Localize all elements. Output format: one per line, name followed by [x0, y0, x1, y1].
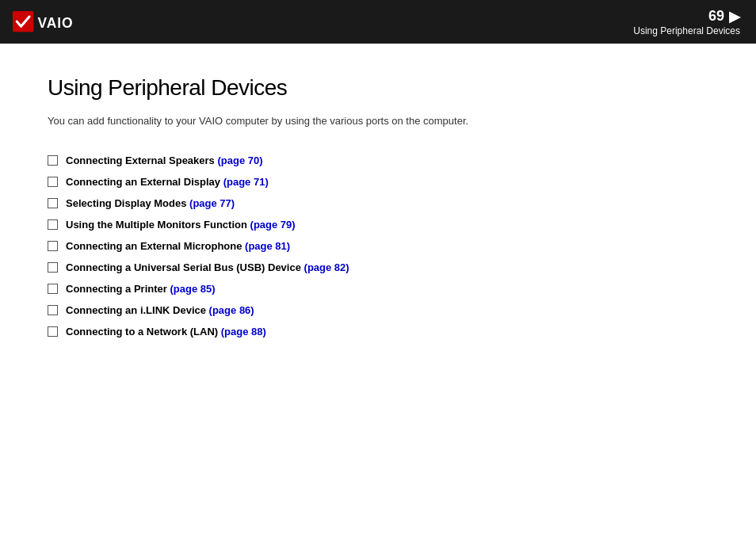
page-subtitle: You can add functionality to your VAIO c… [48, 113, 708, 129]
toc-item-link[interactable]: (page 77) [189, 197, 235, 209]
list-item: Using the Multiple Monitors Function (pa… [48, 219, 708, 231]
list-item: Connecting an External Microphone (page … [48, 240, 708, 252]
checkbox-icon [48, 198, 58, 208]
list-item: Connecting External Speakers (page 70) [48, 154, 708, 166]
toc-item-link[interactable]: (page 88) [221, 326, 266, 338]
checkbox-icon [48, 262, 58, 273]
header-section-title: Using Peripheral Devices [633, 25, 740, 36]
toc-item-text: Connecting an External Display [66, 176, 223, 188]
toc-item-text: Using the Multiple Monitors Function [66, 219, 250, 231]
checkbox-icon [48, 305, 58, 315]
toc-item-label: Selecting Display Modes (page 77) [66, 197, 235, 209]
toc-item-label: Connecting to a Network (LAN) (page 88) [66, 326, 266, 338]
toc-item-link[interactable]: (page 71) [223, 176, 269, 188]
toc-item-label: Connecting a Printer (page 85) [66, 283, 216, 295]
toc-item-text: Connecting a Universal Serial Bus (USB) … [66, 261, 304, 273]
page-title: Using Peripheral Devices [48, 75, 708, 101]
toc-item-text: Connecting a Printer [66, 283, 170, 295]
toc-item-link[interactable]: (page 70) [217, 154, 262, 166]
toc-item-text: Connecting an i.LINK Device [66, 304, 209, 316]
toc-item-link[interactable]: (page 86) [209, 304, 254, 316]
toc-item-label: Using the Multiple Monitors Function (pa… [66, 219, 296, 231]
header-right: 69 ▶ Using Peripheral Devices [633, 8, 740, 36]
checkbox-icon [48, 326, 58, 337]
toc-item-label: Connecting an i.LINK Device (page 86) [66, 304, 254, 316]
checkbox-icon [48, 219, 58, 230]
toc-item-text: Connecting to a Network (LAN) [66, 326, 221, 338]
toc-item-link[interactable]: (page 79) [250, 219, 296, 231]
list-item: Selecting Display Modes (page 77) [48, 197, 708, 209]
toc-item-label: Connecting an External Display (page 71) [66, 176, 269, 188]
toc-item-label: Connecting an External Microphone (page … [66, 240, 290, 252]
checkbox-icon [48, 284, 58, 294]
toc-item-link[interactable]: (page 85) [170, 283, 215, 295]
list-item: Connecting an External Display (page 71) [48, 176, 708, 188]
vaio-logo: VAIO [13, 11, 75, 33]
toc-item-link[interactable]: (page 82) [304, 261, 349, 273]
toc-item-label: Connecting a Universal Serial Bus (USB) … [66, 261, 349, 273]
checkbox-icon [48, 177, 58, 187]
toc-item-text: Connecting External Speakers [66, 154, 217, 166]
list-item: Connecting an i.LINK Device (page 86) [48, 304, 708, 316]
list-item: Connecting a Universal Serial Bus (USB) … [48, 261, 708, 273]
checkbox-icon [48, 241, 58, 251]
svg-text:VAIO: VAIO [38, 15, 74, 31]
toc-item-text: Selecting Display Modes [66, 197, 189, 209]
list-item: Connecting to a Network (LAN) (page 88) [48, 326, 708, 338]
toc-item-label: Connecting External Speakers (page 70) [66, 154, 263, 166]
page-number: 69 [708, 8, 724, 25]
header: VAIO 69 ▶ Using Peripheral Devices [0, 0, 756, 44]
toc-list: Connecting External Speakers (page 70) C… [48, 154, 708, 338]
toc-item-link[interactable]: (page 81) [245, 240, 290, 252]
toc-item-text: Connecting an External Microphone [66, 240, 245, 252]
list-item: Connecting a Printer (page 85) [48, 283, 708, 295]
checkbox-icon [48, 155, 58, 166]
header-arrow-icon: ▶ [729, 8, 740, 25]
main-content: Using Peripheral Devices You can add fun… [0, 44, 756, 379]
